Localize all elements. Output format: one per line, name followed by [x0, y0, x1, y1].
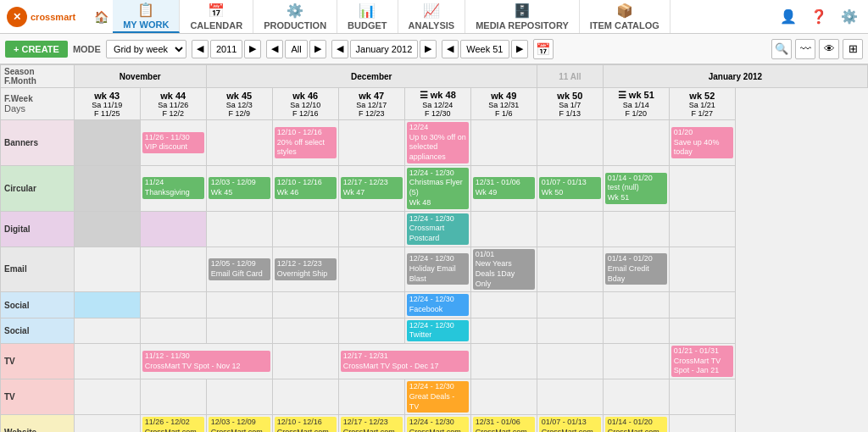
- filter-next-btn[interactable]: ▶: [309, 40, 326, 58]
- calendar-picker-btn[interactable]: 📅: [533, 39, 554, 59]
- website-wk50[interactable]: 01/07 - 01/13CrossMart.com - Jan 7: [537, 415, 603, 432]
- email-wk51[interactable]: 01/14 - 01/20Email Credit Bday: [603, 246, 669, 292]
- analysis-icon: 📈: [423, 3, 440, 19]
- email-wk46[interactable]: 12/12 - 12/23Overnight Ship: [272, 246, 338, 292]
- email-item-wk45[interactable]: 12/05 - 12/09Email Gift Card: [209, 258, 270, 280]
- month-next-btn[interactable]: ▶: [420, 40, 437, 58]
- website-wk47[interactable]: 12/17 - 12/23CrossMart.com - Dec 17: [338, 415, 404, 432]
- digital-item-wk48[interactable]: 12/24 - 12/30Crossmart Postcard: [407, 213, 469, 245]
- website-wk46[interactable]: 12/10 - 12/16CrossMart.com - Dec 10: [272, 415, 338, 432]
- circular-item-wk49[interactable]: 12/31 - 01/06Wk 49: [473, 177, 535, 198]
- tv1-wk52[interactable]: 01/21 - 01/31CrossMart TV Spot - Jan 21: [669, 344, 735, 379]
- season-header-label: SeasonF.Month: [1, 65, 75, 88]
- week-row: F.WeekDays wk 43Sa 11/19F 11/25 wk 44Sa …: [1, 88, 868, 120]
- tv-spot-nov-item[interactable]: 11/12 - 11/30CrossMart TV Spot - Nov 12: [142, 351, 270, 372]
- banners-item-wk44[interactable]: 11/26 - 11/30VIP discount: [142, 132, 204, 153]
- email-wk45[interactable]: 12/05 - 12/09Email Gift Card: [206, 246, 272, 292]
- circular-wk48[interactable]: 12/24 - 12/30Christmas Flyer (5)Wk 48: [404, 165, 470, 211]
- digital-wk48[interactable]: 12/24 - 12/30Crossmart Postcard: [404, 211, 470, 246]
- week-next-btn[interactable]: ▶: [511, 40, 528, 58]
- website-item-wk51[interactable]: 01/14 - 01/20CrossMart.com - Jan 14: [605, 417, 667, 432]
- search-toolbar-icon[interactable]: 🔍: [771, 39, 792, 59]
- mode-select[interactable]: Grid by week: [106, 40, 186, 58]
- circular-item-wk51[interactable]: 01/14 - 01/20 test (null)Wk 51: [605, 173, 667, 204]
- circular-wk45[interactable]: 12/03 - 12/09Wk 45: [206, 165, 272, 211]
- social2-wk48[interactable]: 12/24 - 12/30Twitter: [404, 318, 470, 343]
- eye-toolbar-icon[interactable]: 👁: [819, 39, 839, 59]
- tab-analysis[interactable]: 📈 ANALYSIS: [398, 0, 466, 33]
- circular-wk50[interactable]: 01/07 - 01/13Wk 50: [537, 165, 603, 211]
- circular-item-wk50[interactable]: 01/07 - 01/13Wk 50: [539, 177, 601, 198]
- year-next-btn[interactable]: ▶: [244, 40, 261, 58]
- filter-prev-btn[interactable]: ◀: [266, 40, 283, 58]
- website-wk45[interactable]: 12/03 - 12/09CrossMart.com - Dec 3: [206, 415, 272, 432]
- tv2-wk48[interactable]: 12/24 - 12/30Great Deals - TV: [404, 379, 470, 415]
- tv-spot-jan-item[interactable]: 01/21 - 01/31CrossMart TV Spot - Jan 21: [671, 346, 733, 377]
- chart-toolbar-icon[interactable]: 〰: [795, 39, 815, 59]
- email-item-wk48[interactable]: 12/24 - 12/30Holiday Email Blast: [407, 253, 469, 285]
- social2-wk44: [140, 318, 206, 343]
- website-item-wk47[interactable]: 12/17 - 12/23CrossMart.com - Dec 17: [341, 417, 403, 432]
- circular-item-wk47[interactable]: 12/17 - 12/23Wk 47: [341, 177, 403, 198]
- email-wk48[interactable]: 12/24 - 12/30Holiday Email Blast: [404, 246, 470, 292]
- website-item-wk49[interactable]: 12/31 - 01/06CrossMart.com - Dec 31: [473, 417, 535, 432]
- tab-item-catalog[interactable]: 📦 ITEM CATALOG: [580, 0, 670, 33]
- website-wk48[interactable]: 12/24 - 12/30CrossMart.com - Dec 24: [404, 415, 470, 432]
- circular-wk51[interactable]: 01/14 - 01/20 test (null)Wk 51: [603, 165, 669, 211]
- banners-wk46[interactable]: 12/10 - 12/1620% off select styles: [272, 120, 338, 166]
- banners-item-wk46[interactable]: 12/10 - 12/1620% off select styles: [275, 127, 337, 158]
- email-item-wk46[interactable]: 12/12 - 12/23Overnight Ship: [275, 258, 337, 280]
- website-wk51[interactable]: 01/14 - 01/20CrossMart.com - Jan 14: [603, 415, 669, 432]
- tab-my-work[interactable]: 📋 MY WORK: [113, 0, 180, 33]
- banners-wk44[interactable]: 11/26 - 11/30VIP discount: [140, 120, 206, 166]
- email-item-wk51[interactable]: 01/14 - 01/20Email Credit Bday: [605, 253, 667, 285]
- website-item-wk44[interactable]: 11/26 - 12/02CrossMart.com - Nov 26: [142, 417, 204, 432]
- home-icon[interactable]: 🏠: [89, 5, 113, 29]
- social-facebook-item[interactable]: 12/24 - 12/30Facebook: [407, 294, 469, 315]
- tv1-wk44-45[interactable]: 11/12 - 11/30CrossMart TV Spot - Nov 12: [140, 344, 272, 379]
- wk48-header: ☰ wk 48Sa 12/24F 12/30: [404, 88, 470, 120]
- website-wk49[interactable]: 12/31 - 01/06CrossMart.com - Dec 31: [470, 415, 537, 432]
- tab-production[interactable]: ⚙️ PRODUCTION: [253, 0, 337, 33]
- circular-item-wk44[interactable]: 11/24Thanksgiving: [142, 177, 204, 198]
- year-prev-btn[interactable]: ◀: [192, 40, 209, 58]
- social1-wk48[interactable]: 12/24 - 12/30Facebook: [404, 292, 470, 318]
- tv1-wk47-48[interactable]: 12/17 - 12/31CrossMart TV Spot - Dec 17: [338, 344, 470, 379]
- banners-item-wk52[interactable]: 01/20Save up 40% today: [671, 127, 733, 158]
- week-value: Week 51: [460, 40, 509, 58]
- week-prev-btn[interactable]: ◀: [442, 40, 459, 58]
- create-button[interactable]: + CREATE: [5, 41, 68, 58]
- circular-wk47[interactable]: 12/17 - 12/23Wk 47: [338, 165, 404, 211]
- tv-spot-dec-item[interactable]: 12/17 - 12/31CrossMart TV Spot - Dec 17: [341, 351, 469, 372]
- social1-wk50: [537, 292, 603, 318]
- banners-item-wk48[interactable]: 12/24Up to 30% off on selected appliance…: [407, 122, 469, 163]
- email-item-wk49[interactable]: 01/01New Years Deals 1Day Only: [473, 249, 535, 291]
- month-prev-btn[interactable]: ◀: [331, 40, 348, 58]
- settings-icon[interactable]: ⚙️: [837, 5, 861, 29]
- social-twitter-item[interactable]: 12/24 - 12/30Twitter: [407, 320, 469, 341]
- tab-budget[interactable]: 📊 BUDGET: [337, 0, 398, 33]
- website-wk44[interactable]: 11/26 - 12/02CrossMart.com - Nov 26: [140, 415, 206, 432]
- email-wk49[interactable]: 01/01New Years Deals 1Day Only: [470, 246, 537, 292]
- toolbar-right-actions: 🔍 〰 👁 ⊞: [771, 39, 863, 59]
- website-item-wk48[interactable]: 12/24 - 12/30CrossMart.com - Dec 24: [407, 417, 469, 432]
- circular-item-wk45[interactable]: 12/03 - 12/09Wk 45: [209, 177, 270, 198]
- banners-wk48[interactable]: 12/24Up to 30% off on selected appliance…: [404, 120, 470, 166]
- help-icon[interactable]: ❓: [807, 5, 831, 29]
- website-item-wk46[interactable]: 12/10 - 12/16CrossMart.com - Dec 10: [275, 417, 337, 432]
- circular-wk44[interactable]: 11/24Thanksgiving: [140, 165, 206, 211]
- circular-wk49[interactable]: 12/31 - 01/06Wk 49: [470, 165, 537, 211]
- user-icon[interactable]: 👤: [776, 5, 800, 29]
- website-item-wk45[interactable]: 12/03 - 12/09CrossMart.com - Dec 3: [209, 417, 270, 432]
- my-work-icon: 📋: [137, 2, 154, 18]
- app-logo[interactable]: ✕ crossmart: [7, 7, 75, 27]
- circular-item-wk48[interactable]: 12/24 - 12/30Christmas Flyer (5)Wk 48: [407, 168, 469, 209]
- grid-toolbar-icon[interactable]: ⊞: [843, 39, 863, 59]
- circular-item-wk46[interactable]: 12/10 - 12/16Wk 46: [275, 177, 337, 198]
- banners-wk52[interactable]: 01/20Save up 40% today: [669, 120, 735, 166]
- tv-great-deals-item[interactable]: 12/24 - 12/30Great Deals - TV: [407, 381, 469, 413]
- tab-calendar[interactable]: 📅 CALENDAR: [180, 0, 253, 33]
- tab-media-repository[interactable]: 🗄️ MEDIA REPOSITORY: [465, 0, 580, 33]
- website-item-wk50[interactable]: 01/07 - 01/13CrossMart.com - Jan 7: [539, 417, 601, 432]
- circular-wk46[interactable]: 12/10 - 12/16Wk 46: [272, 165, 338, 211]
